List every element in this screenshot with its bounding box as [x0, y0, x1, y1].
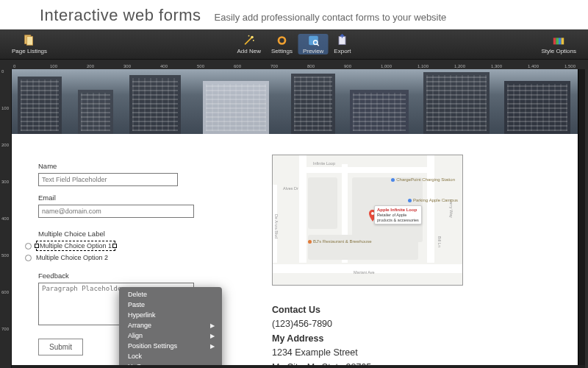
ctx-arrange[interactable]: Arrange▶ — [119, 320, 222, 330]
map-callout: Apple Infinite Loop Retailer of Apple pr… — [374, 205, 422, 224]
address-line2: My City, My State 98765 — [272, 362, 371, 366]
svg-point-3 — [248, 35, 250, 37]
toolbar: Page Listings Add New Settings Preview E… — [0, 29, 588, 59]
svg-point-4 — [253, 40, 254, 41]
ctx-ungroup[interactable]: UnGroup — [119, 361, 222, 365]
style-options-button[interactable]: Style Options — [537, 34, 581, 54]
ruler-vertical: 0 100 200 300 400 500 600 700 — [0, 69, 12, 368]
contact-phone: (123)456-7890 — [272, 319, 332, 329]
chevron-right-icon: ▶ — [210, 343, 215, 350]
context-menu: Delete Paste Hyperlink Arrange▶ Align▶ P… — [119, 287, 222, 365]
preview-button[interactable]: Preview — [298, 34, 328, 54]
svg-point-6 — [281, 39, 284, 42]
ctx-paste[interactable]: Paste — [119, 300, 222, 310]
chevron-right-icon: ▶ — [210, 322, 215, 329]
email-label: Email — [38, 194, 229, 202]
export-button[interactable]: Export — [329, 34, 355, 54]
address-heading: My Address — [272, 333, 323, 344]
scrollbar-vertical[interactable] — [585, 69, 588, 368]
ctx-align[interactable]: Align▶ — [119, 330, 222, 341]
map-widget[interactable]: Infinite Loop Mariani Ave De Anza Blvd L… — [272, 155, 463, 286]
export-icon — [336, 34, 349, 47]
ctx-hyperlink[interactable]: Hyperlink — [119, 310, 222, 320]
ctx-position-settings[interactable]: Position Settings▶ — [119, 341, 222, 351]
map-poi: BJ's Restaurant & Brewhouse — [308, 239, 372, 244]
mc-option-1[interactable]: Multiple Choice Option 1 — [25, 241, 229, 251]
contact-block: Contact Us (123)456-7890 My Address 1234… — [272, 303, 551, 365]
ruler-horizontal: 0 100 200 300 400 500 600 700 800 900 1,… — [0, 59, 588, 69]
svg-rect-1 — [26, 37, 32, 46]
app-window: Page Listings Add New Settings Preview E… — [0, 29, 588, 368]
map-poi: ChargePoint Charging Station — [391, 177, 455, 182]
promo-subtitle: Easily add professionally contact forms … — [215, 12, 447, 23]
page-listings-button[interactable]: Page Listings — [7, 34, 51, 54]
contact-heading: Contact Us — [272, 305, 320, 315]
ctx-delete[interactable]: Delete — [119, 289, 222, 300]
svg-rect-10 — [553, 38, 556, 44]
map-poi: Parking Apple Campus — [408, 198, 458, 202]
promo-bar: Interactive web forms Easily add profess… — [0, 0, 588, 29]
form-column: Name Email Multiple Choice Label Multipl… — [38, 155, 229, 365]
radio-icon — [25, 243, 32, 250]
palette-icon — [552, 34, 565, 47]
chevron-right-icon: ▶ — [210, 333, 215, 339]
promo-title: Interactive web forms — [40, 6, 201, 25]
name-input[interactable] — [38, 173, 178, 186]
add-new-button[interactable]: Add New — [233, 34, 265, 54]
svg-rect-13 — [562, 38, 564, 44]
svg-point-2 — [251, 36, 254, 39]
canvas[interactable]: Name Email Multiple Choice Label Multipl… — [12, 69, 585, 365]
radio-icon — [25, 255, 32, 261]
feedback-label: Feedback — [38, 272, 229, 280]
page[interactable]: Name Email Multiple Choice Label Multipl… — [12, 69, 578, 365]
settings-button[interactable]: Settings — [267, 34, 297, 54]
info-column: Infinite Loop Mariani Ave De Anza Blvd L… — [272, 155, 551, 365]
selected-element[interactable]: Multiple Choice Option 1 — [36, 241, 115, 251]
mc-option-2[interactable]: Multiple Choice Option 2 — [25, 254, 229, 261]
submit-button[interactable]: Submit — [38, 339, 83, 355]
ctx-lock[interactable]: Lock — [119, 351, 222, 361]
gear-icon — [275, 34, 288, 47]
preview-icon — [306, 34, 320, 47]
pages-icon — [23, 34, 36, 47]
mc-label: Multiple Choice Label — [38, 230, 229, 238]
hero-image[interactable] — [12, 69, 578, 134]
wand-icon — [243, 34, 256, 47]
svg-rect-12 — [559, 38, 562, 44]
address-line1: 1234 Example Street — [272, 347, 358, 358]
svg-rect-11 — [556, 38, 559, 44]
name-label: Name — [38, 162, 229, 170]
email-input[interactable] — [38, 205, 194, 218]
